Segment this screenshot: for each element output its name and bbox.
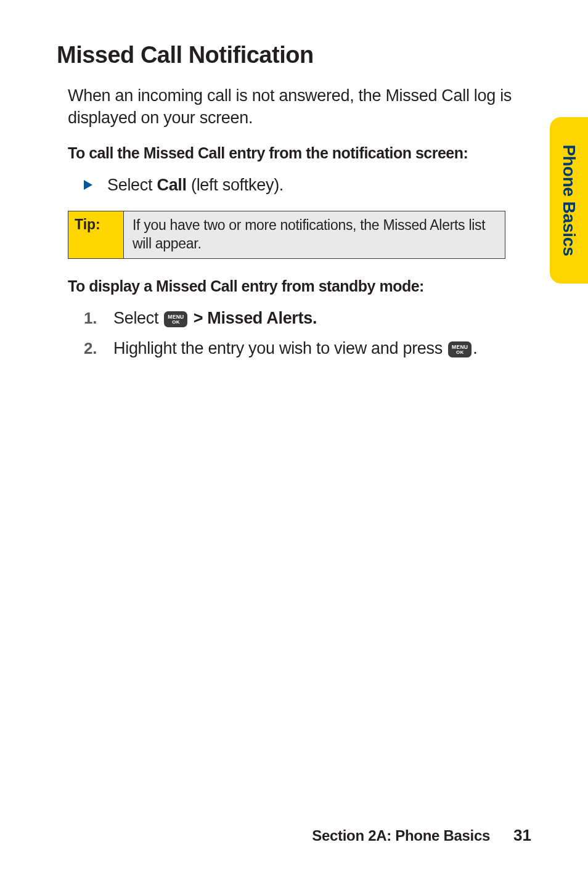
footer-page-number: 31 <box>513 826 531 845</box>
step2-suffix: . <box>473 339 477 357</box>
side-tab: Phone Basics <box>550 117 588 284</box>
tip-box: Tip: If you have two or more notificatio… <box>68 211 505 259</box>
menu-key-line2: OK <box>456 350 464 355</box>
step-1: 1. Select MENUOK > Missed Alerts. <box>84 309 531 328</box>
step-text: Select MENUOK > Missed Alerts. <box>113 309 317 328</box>
bullet-text: Select Call (left softkey). <box>107 176 284 195</box>
instruction-heading-1: To call the Missed Call entry from the n… <box>68 144 531 162</box>
side-tab-label: Phone Basics <box>559 144 579 256</box>
bullet-item: Select Call (left softkey). <box>84 176 531 195</box>
tip-body: If you have two or more notifications, t… <box>124 211 505 258</box>
page-title: Missed Call Notification <box>57 42 531 68</box>
bullet-suffix: (left softkey). <box>187 176 284 194</box>
triangle-bullet-icon <box>84 180 92 190</box>
tip-label: Tip: <box>68 211 124 258</box>
page-footer: Section 2A: Phone Basics 31 <box>312 826 531 845</box>
step-2: 2. Highlight the entry you wish to view … <box>84 339 531 358</box>
bullet-list: Select Call (left softkey). <box>57 176 531 195</box>
step-number: 1. <box>84 309 101 328</box>
menu-ok-key-icon: MENUOK <box>448 341 472 357</box>
step1-bold: > Missed Alerts. <box>189 309 317 327</box>
bullet-bold: Call <box>157 176 186 194</box>
footer-section-label: Section 2A: Phone Basics <box>312 827 490 844</box>
step2-prefix: Highlight the entry you wish to view and… <box>113 339 447 357</box>
menu-ok-key-icon: MENUOK <box>164 311 187 327</box>
instruction-heading-2: To display a Missed Call entry from stan… <box>68 277 531 295</box>
step1-prefix: Select <box>113 309 163 327</box>
menu-key-line2: OK <box>172 320 180 325</box>
step-number: 2. <box>84 339 101 358</box>
intro-paragraph: When an incoming call is not answered, t… <box>68 84 531 129</box>
step-text: Highlight the entry you wish to view and… <box>113 339 477 358</box>
numbered-steps: 1. Select MENUOK > Missed Alerts. 2. Hig… <box>84 309 531 358</box>
bullet-prefix: Select <box>107 176 157 194</box>
